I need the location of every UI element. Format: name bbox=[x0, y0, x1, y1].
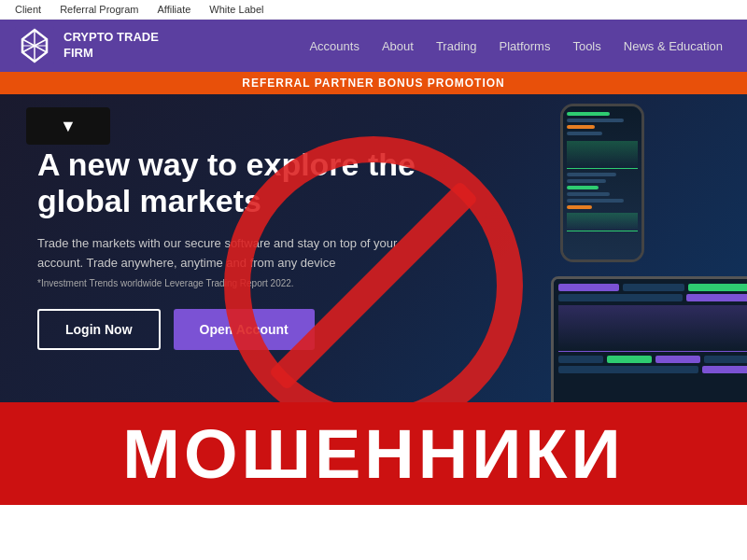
nav-platforms[interactable]: Platforms bbox=[490, 34, 560, 59]
logo-text: CRYPTO TRADE FIRM bbox=[63, 30, 159, 62]
hero-description: Trade the markets with our secure softwa… bbox=[37, 234, 430, 273]
open-account-button[interactable]: Open Account bbox=[174, 309, 315, 350]
phone-mockup bbox=[560, 104, 644, 262]
hero-dark-box: ▼ bbox=[26, 107, 110, 145]
promo-bar: REFERRAL PARTNER BONUS PROMOTION bbox=[0, 72, 747, 94]
hero-buttons: Login Now Open Account bbox=[37, 309, 430, 350]
nav-tools[interactable]: Tools bbox=[563, 34, 610, 59]
nav-about[interactable]: About bbox=[373, 34, 423, 59]
hero-title: A new way to explore the global markets bbox=[37, 147, 430, 219]
hero-section: ▼ A new way to explore the global market… bbox=[0, 94, 747, 402]
laptop-screen bbox=[554, 279, 747, 402]
login-button[interactable]: Login Now bbox=[37, 309, 161, 350]
phone-screen bbox=[563, 106, 641, 259]
hero-devices bbox=[430, 94, 747, 402]
top-link-client[interactable]: Client bbox=[15, 4, 41, 15]
nav-trading[interactable]: Trading bbox=[427, 34, 486, 59]
nav-accounts[interactable]: Accounts bbox=[300, 34, 368, 59]
top-link-referral[interactable]: Referral Program bbox=[60, 4, 138, 15]
logo-icon bbox=[15, 26, 54, 65]
laptop-mockup bbox=[551, 276, 747, 402]
warning-text: МОШЕННИКИ bbox=[122, 414, 624, 494]
hero-dark-box-icon: ▼ bbox=[60, 117, 77, 136]
nav-news-education[interactable]: News & Education bbox=[614, 34, 732, 59]
main-nav: CRYPTO TRADE FIRM Accounts About Trading… bbox=[0, 20, 747, 72]
top-bar: Client Referral Program Affiliate White … bbox=[0, 0, 747, 20]
site-wrapper: Client Referral Program Affiliate White … bbox=[0, 0, 747, 505]
top-link-whitelabel[interactable]: White Label bbox=[209, 4, 263, 15]
warning-banner: МОШЕННИКИ bbox=[0, 402, 747, 505]
top-link-affiliate[interactable]: Affiliate bbox=[157, 4, 190, 15]
logo-area: CRYPTO TRADE FIRM bbox=[15, 26, 159, 65]
hero-note: *Investment Trends worldwide Leverage Tr… bbox=[37, 278, 430, 288]
hero-content: A new way to explore the global markets … bbox=[37, 147, 430, 351]
nav-links: Accounts About Trading Platforms Tools N… bbox=[300, 34, 732, 59]
